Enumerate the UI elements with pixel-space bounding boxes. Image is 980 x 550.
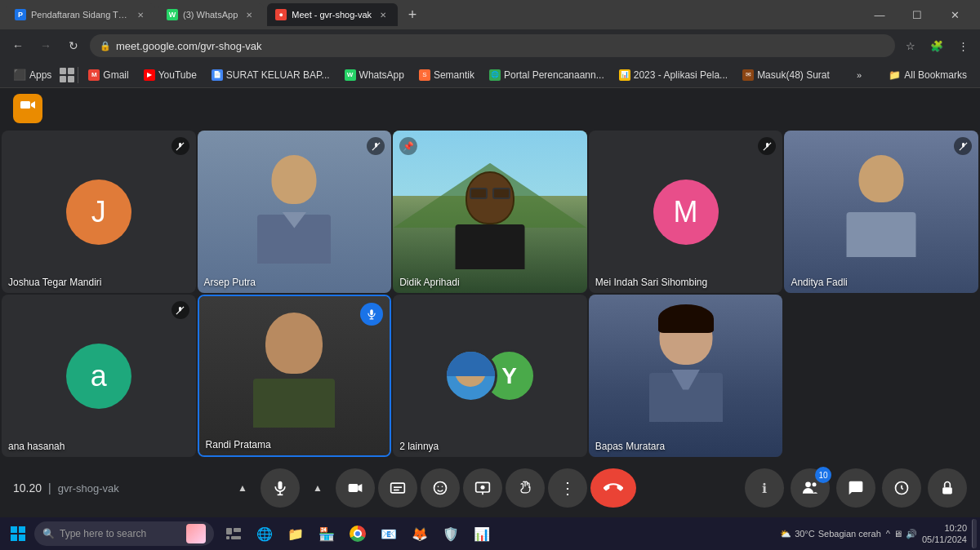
participants-button[interactable]: 10 xyxy=(791,468,830,508)
tile-didik[interactable]: 📌 Didik Aprihadi xyxy=(393,131,587,293)
apps-grid-icon[interactable] xyxy=(60,68,74,82)
taskbar-outlook[interactable]: 📧 xyxy=(374,519,403,548)
minimize-button[interactable]: — xyxy=(861,0,898,29)
taskbar-firefox[interactable]: 🦊 xyxy=(405,519,434,548)
tile-arsep[interactable]: Arsep Putra xyxy=(198,131,392,293)
svg-rect-0 xyxy=(20,101,30,109)
address-box[interactable]: 🔒 meet.google.com/gvr-shog-vak xyxy=(90,34,895,57)
semantik-icon: S xyxy=(419,69,430,81)
taskbar-search[interactable]: 🔍 Type here to search xyxy=(34,521,214,546)
lock-button[interactable] xyxy=(928,468,967,508)
taskview-button[interactable] xyxy=(219,519,248,548)
end-call-button[interactable] xyxy=(590,468,636,508)
bookmark-semantik[interactable]: S Semantik xyxy=(412,67,481,83)
chat-button[interactable] xyxy=(836,468,875,508)
bookmark-gmail[interactable]: M Gmail xyxy=(82,67,135,83)
camera-chevron-button[interactable]: ▲ xyxy=(303,473,332,503)
mic-chevron-button[interactable]: ▲ xyxy=(228,473,257,503)
weather-desc: Sebagian cerah xyxy=(818,529,881,539)
tile-mei[interactable]: M Mei Indah Sari Sihombing xyxy=(589,131,783,293)
chevron-icon[interactable]: ^ xyxy=(886,529,890,539)
extensions-button[interactable]: 🧩 xyxy=(926,35,947,56)
all-bookmarks[interactable]: 📁 All Bookmarks xyxy=(882,67,973,83)
tab-close[interactable]: ✕ xyxy=(134,8,147,21)
taskbar-apps: 🌐 📁 🏪 📧 🦊 🛡️ 📊 xyxy=(219,519,497,548)
temperature: 30°C xyxy=(795,529,815,539)
hand-raise-button[interactable] xyxy=(506,468,545,508)
present-button[interactable] xyxy=(463,468,502,508)
tile-anditya[interactable]: Anditya Fadli xyxy=(784,131,978,293)
svg-rect-30 xyxy=(11,534,17,541)
bookmark-apps[interactable]: ⬛ Apps xyxy=(7,66,58,83)
taskbar-shield[interactable]: 🛡️ xyxy=(436,519,466,548)
tile-others[interactable]: Y 2 lainnya xyxy=(393,295,587,457)
aplikasi-label: 2023 - Aplikasi Pela... xyxy=(634,69,728,81)
volume-icon[interactable]: 🔊 xyxy=(906,529,917,539)
bookmark-surat[interactable]: 📄 SURAT KELUAR BAP... xyxy=(205,67,336,83)
windows-icon xyxy=(11,526,25,541)
meeting-code: gvr-shog-vak xyxy=(58,482,119,495)
tab-whatsapp[interactable]: W (3) WhatsApp ✕ xyxy=(158,3,264,26)
mic-button[interactable] xyxy=(261,468,300,508)
more-bookmarks-button[interactable]: » xyxy=(850,68,868,82)
tile-ana[interactable]: a ana hasanah xyxy=(2,295,196,457)
clock-date: 05/11/2024 xyxy=(922,534,967,545)
back-button[interactable]: ← xyxy=(7,34,29,57)
start-button[interactable] xyxy=(3,519,33,548)
more-options-button[interactable]: ⋮ xyxy=(548,468,587,508)
tile-joshua[interactable]: J Joshua Tegar Mandiri xyxy=(2,131,196,293)
all-bookmarks-label: All Bookmarks xyxy=(904,69,967,81)
info-button[interactable]: ℹ xyxy=(745,468,784,508)
clock[interactable]: 10:20 05/11/2024 xyxy=(922,522,967,546)
svg-rect-28 xyxy=(11,526,17,533)
bookmark-aplikasi[interactable]: 📊 2023 - Aplikasi Pela... xyxy=(612,67,734,83)
anditya-mute-icon xyxy=(954,137,972,155)
emoji-icon xyxy=(432,480,448,496)
show-desktop-button[interactable] xyxy=(972,519,977,548)
ana-avatar: a xyxy=(66,344,131,409)
svg-rect-29 xyxy=(19,526,25,533)
tab-pendaftaran[interactable]: P Pendaftaran Sidang TPP(Jawab... ✕ xyxy=(7,3,155,26)
bookmark-star-button[interactable]: ☆ xyxy=(900,35,921,56)
bookmark-youtube[interactable]: ▶ YouTube xyxy=(137,67,203,83)
tile-randi[interactable]: Randi Pratama xyxy=(198,295,392,457)
joshua-avatar: J xyxy=(66,180,131,245)
weather-icon: ⛅ xyxy=(780,529,791,539)
meeting-time: 10.20 xyxy=(13,481,42,495)
others-name: 2 lainnya xyxy=(399,441,439,452)
bookmark-whatsapp[interactable]: W WhatsApp xyxy=(338,67,411,83)
meet-app: J Joshua Tegar Mandiri xyxy=(0,88,980,550)
activities-button[interactable] xyxy=(882,468,921,508)
taskbar-folder[interactable]: 📁 xyxy=(281,519,310,548)
separator: | xyxy=(48,481,51,495)
network-icon[interactable]: 🖥 xyxy=(893,529,902,539)
bookmarks-bar: ⬛ Apps M Gmail ▶ YouTube 📄 SURAT KELUAR … xyxy=(0,62,980,88)
close-button[interactable]: ✕ xyxy=(936,0,973,29)
bookmark-portal[interactable]: 🌐 Portal Perencanaann... xyxy=(483,67,611,83)
apps-icon: ⬛ xyxy=(13,69,26,81)
tab-close-meet[interactable]: ✕ xyxy=(376,8,390,21)
tab-meet[interactable]: ● Meet - gvr-shog-vak ✕ xyxy=(267,3,398,26)
bookmark-masuk[interactable]: ✉ Masuk(48) Surat xyxy=(736,67,836,83)
meet-logo xyxy=(13,94,42,123)
search-icon: 🔍 xyxy=(42,528,55,539)
taskbar-store[interactable]: 🏪 xyxy=(312,519,341,548)
bapas-name: Bapas Muratara xyxy=(595,441,665,452)
forward-button[interactable]: → xyxy=(34,34,57,57)
weather-widget[interactable]: ⛅ 30°C Sebagian cerah xyxy=(780,529,881,539)
tab-label: (3) WhatsApp xyxy=(183,10,238,20)
taskbar-edge[interactable]: 🌐 xyxy=(250,519,279,548)
taskbar-excel[interactable]: 📊 xyxy=(467,519,497,548)
captions-button[interactable] xyxy=(378,468,417,508)
maximize-button[interactable]: ☐ xyxy=(898,0,936,29)
taskbar-chrome[interactable] xyxy=(343,519,372,548)
tile-bapas[interactable]: Bapas Muratara xyxy=(589,295,783,457)
tab-close[interactable]: ✕ xyxy=(243,8,256,21)
menu-button[interactable]: ⋮ xyxy=(952,35,973,56)
emoji-button[interactable] xyxy=(421,468,460,508)
meet-controls: 10.20 | gvr-shog-vak ▲ ▲ xyxy=(0,459,980,517)
refresh-button[interactable]: ↻ xyxy=(62,34,85,57)
new-tab-button[interactable]: + xyxy=(401,3,424,26)
camera-button[interactable] xyxy=(336,468,375,508)
mei-avatar: M xyxy=(653,180,719,245)
